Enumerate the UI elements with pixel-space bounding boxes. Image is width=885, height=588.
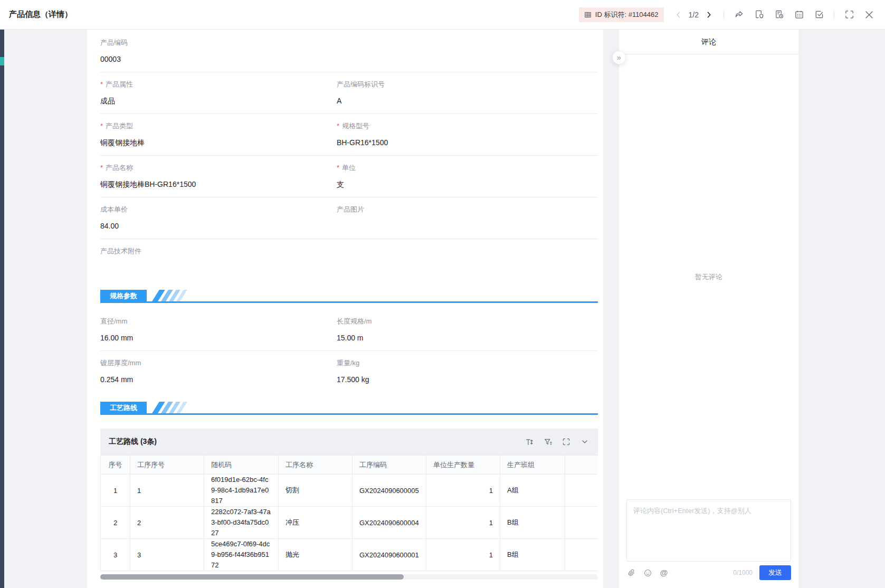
field-value	[337, 221, 598, 231]
header-divider	[724, 11, 724, 19]
todo-check-icon[interactable]	[814, 10, 824, 20]
form-row: 产品名称 铜覆钢接地棒BH-GR16*1500 单位 支	[100, 156, 598, 197]
field-tech-attachment: 产品技术附件	[100, 246, 337, 273]
subtable-title: 工艺路线 (3条)	[109, 437, 157, 447]
comments-title: 评论	[619, 30, 798, 54]
cell-filler	[565, 507, 598, 539]
field-value: 16.00 mm	[100, 333, 337, 343]
file-clock-icon[interactable]	[774, 10, 784, 20]
filter-icon[interactable]	[543, 437, 553, 447]
dialog-body: 产品编码 00003 产品属性 成品 产品编码标识号 A 产品类型 铜覆钢接地棒…	[0, 30, 885, 588]
field-value: 15.00 m	[337, 333, 598, 343]
page-indicator: 1/2	[689, 11, 699, 19]
form-row: 产品技术附件	[100, 239, 598, 277]
table-row[interactable]: 1 1 6f019d1e-62bc-4fc9-98c4-1db9a17e0817…	[101, 475, 598, 507]
mention-icon[interactable]: @	[659, 568, 669, 577]
table-row[interactable]: 2 2 2282c072-7af3-47a3-bf00-d34fa75dc027…	[101, 507, 598, 539]
field-label: 产品编码	[100, 38, 337, 48]
file-shield-icon[interactable]	[754, 10, 764, 20]
field-value	[100, 262, 337, 273]
field-cost-price: 成本单价 84.00	[100, 205, 337, 231]
cell-random-code: 5ce469c7-0f69-4dc9-b956-f44f36b95172	[204, 539, 279, 571]
table-header-row: 序号 工序序号 随机码 工序名称 工序编码 单位生产数量 生产班组	[101, 456, 598, 475]
panel-gap	[603, 30, 619, 588]
cell-step-code: GX2024090600004	[353, 507, 426, 539]
cell-filler	[565, 475, 598, 507]
attachment-icon[interactable]	[626, 568, 636, 577]
process-route-card: 工艺路线 (3条)	[100, 429, 598, 580]
send-button[interactable]: 发送	[759, 565, 791, 580]
cell-step-name: 冲压	[279, 507, 353, 539]
field-spec-model: 规格型号 BH-GR16*1500	[337, 121, 598, 148]
share-icon[interactable]	[734, 10, 744, 20]
field-label: 单位	[337, 163, 598, 173]
section-process-route: 工艺路线	[100, 402, 598, 415]
cell-team: A组	[500, 475, 565, 507]
field-value: 0.254 mm	[100, 374, 337, 385]
field-product-name: 产品名称 铜覆钢接地棒BH-GR16*1500	[100, 163, 337, 189]
header-divider	[834, 11, 834, 19]
background-nav-sliver	[0, 30, 4, 588]
record-id-text: ID 标识符: #1104462	[595, 10, 659, 20]
next-record-icon[interactable]	[703, 10, 714, 20]
cell-team: B组	[500, 507, 565, 539]
cell-seq: 2	[101, 507, 130, 539]
grid-icon	[584, 11, 592, 18]
field-empty	[337, 38, 598, 64]
section-title: 工艺路线	[100, 402, 147, 415]
field-label: 产品图片	[337, 205, 598, 214]
calendar-icon[interactable]	[794, 10, 804, 20]
field-value: 成品	[100, 96, 337, 106]
field-label: 产品名称	[100, 163, 337, 173]
column-header-filler	[565, 456, 598, 475]
horizontal-scrollbar	[100, 574, 598, 580]
column-header: 生产班组	[500, 456, 565, 475]
emoji-icon[interactable]	[643, 568, 652, 577]
comment-composer: @ 0/1000 发送	[619, 499, 798, 588]
cell-step-no: 3	[130, 539, 204, 571]
field-value: 17.500 kg	[337, 374, 598, 385]
comment-footer: @ 0/1000 发送	[626, 562, 791, 584]
cell-step-code: GX2024090600005	[353, 475, 426, 507]
field-empty	[337, 246, 598, 273]
field-value: BH-GR16*1500	[337, 137, 598, 148]
section-title: 规格参数	[100, 290, 147, 303]
field-product-image: 产品图片	[337, 205, 598, 231]
column-header: 序号	[101, 456, 130, 475]
table-row[interactable]: 3 3 5ce469c7-0f69-4dc9-b956-f44f36b95172…	[101, 539, 598, 571]
comment-input[interactable]	[626, 499, 791, 562]
form-row: 产品属性 成品 产品编码标识号 A	[100, 72, 598, 114]
header-actions: ID 标识符: #1104462 1/2	[579, 7, 874, 22]
close-icon[interactable]	[864, 10, 874, 20]
field-diameter: 直径/mm 16.00 mm	[100, 317, 337, 343]
cell-team: B组	[500, 539, 565, 571]
field-label: 重量/kg	[337, 358, 598, 368]
scrollbar-thumb[interactable]	[100, 574, 404, 580]
chevron-down-icon[interactable]	[580, 437, 589, 447]
comments-panel: » 评论 暂无评论 @ 0/1000 发送	[619, 30, 798, 588]
collapse-comments-button[interactable]: »	[612, 51, 626, 64]
field-product-code: 产品编码 00003	[100, 38, 337, 64]
row-height-icon[interactable]	[525, 437, 534, 447]
column-header: 工序编码	[353, 456, 426, 475]
page-title: 产品信息（详情）	[9, 10, 72, 20]
expand-icon[interactable]	[562, 437, 571, 447]
field-value: 铜覆钢接地棒BH-GR16*1500	[100, 179, 337, 189]
cell-seq: 3	[101, 539, 130, 571]
cell-step-no: 2	[130, 507, 204, 539]
cell-step-code: GX2024090600001	[353, 539, 426, 571]
cell-step-name: 抛光	[279, 539, 353, 571]
record-pager: 1/2	[673, 10, 714, 20]
cell-random-code: 6f019d1e-62bc-4fc9-98c4-1db9a17e0817	[204, 475, 279, 507]
prev-record-icon[interactable]	[673, 10, 684, 20]
field-product-attr: 产品属性 成品	[100, 80, 337, 106]
cell-unit-qty: 1	[426, 507, 500, 539]
field-value: A	[337, 96, 598, 106]
cell-step-no: 1	[130, 475, 204, 507]
field-value: 支	[337, 179, 598, 189]
field-label: 产品类型	[100, 121, 337, 131]
cell-step-name: 切割	[279, 475, 353, 507]
field-value: 00003	[100, 54, 337, 64]
field-label: 产品属性	[100, 80, 337, 89]
fullscreen-icon[interactable]	[844, 10, 854, 20]
